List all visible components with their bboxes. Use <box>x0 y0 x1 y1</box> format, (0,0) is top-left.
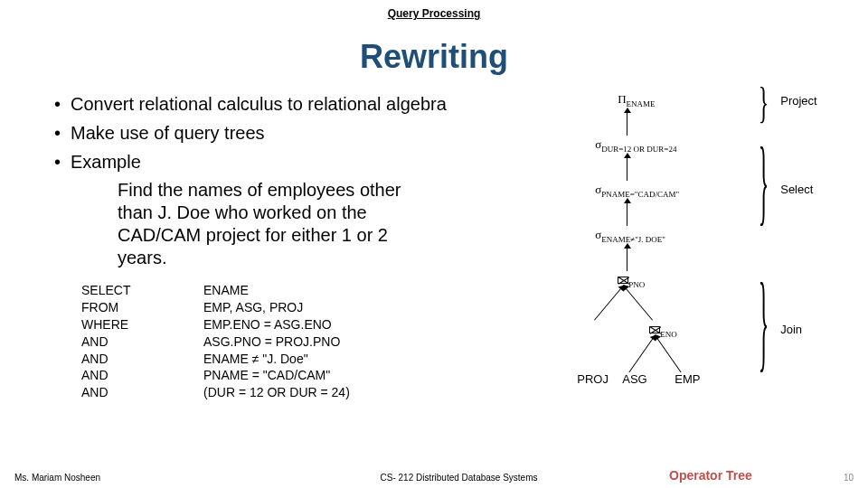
sql-keyword: WHERE <box>81 316 203 333</box>
slide-footer: Ms. Mariam Nosheen CS- 212 Distributed D… <box>0 473 868 483</box>
sql-row: AND(DUR = 12 OR DUR = 24) <box>81 384 523 401</box>
sql-query: SELECTENAME FROMEMP, ASG, PROJ WHEREEMP.… <box>81 282 523 401</box>
join-subscript: ENO <box>660 330 677 339</box>
sigma-subscript: DUR=12 OR DUR=24 <box>601 145 676 154</box>
bullet-item: Make use of query trees <box>54 121 523 145</box>
tree-edge <box>655 335 681 373</box>
tree-edge <box>627 154 627 181</box>
example-description: Find the names of employees other than J… <box>118 179 425 269</box>
footer-course: CS- 212 Distributed Database Systems <box>100 473 817 483</box>
bullet-item: Convert relational calculus to relationa… <box>54 92 523 116</box>
tree-edge <box>594 286 624 321</box>
sql-value: EMP, ASG, PROJ <box>203 299 303 316</box>
sql-keyword: SELECT <box>81 282 203 299</box>
sql-keyword: AND <box>81 351 203 368</box>
sql-value: PNAME = "CAD/CAM" <box>203 367 330 384</box>
left-column: Convert relational calculus to relationa… <box>54 92 523 436</box>
sql-keyword: AND <box>81 384 203 401</box>
group-label-project: Project <box>780 94 816 108</box>
relation-leaf: ASG <box>622 372 646 386</box>
sigma-subscript: ENAME≠"J. DOE" <box>601 235 665 244</box>
tree-edge <box>627 108 627 136</box>
sigma-node: σDUR=12 OR DUR=24 <box>595 137 676 154</box>
sql-row: WHEREEMP.ENO = ASG.ENO <box>81 316 523 333</box>
brace-icon: } <box>759 267 769 376</box>
relation-leaf: PROJ <box>577 372 609 386</box>
brace-icon: } <box>759 134 769 230</box>
page-number: 10 <box>817 473 854 483</box>
sql-row: ANDASG.PNO = PROJ.PNO <box>81 333 523 351</box>
sigma-node: σENAME≠"J. DOE" <box>595 228 665 244</box>
sql-value: EMP.ENO = ASG.ENO <box>203 316 332 333</box>
sql-row: FROMEMP, ASG, PROJ <box>81 299 523 316</box>
pi-node: ΠENAME <box>618 92 655 108</box>
slide-title: Rewriting <box>0 38 868 76</box>
tree-edge <box>627 244 627 271</box>
slide-header: Query Processing <box>0 0 868 20</box>
sql-keyword: AND <box>81 367 203 384</box>
sql-value: ENAME <box>203 282 249 299</box>
sql-keyword: FROM <box>81 299 203 316</box>
join-subscript: PNO <box>628 280 645 289</box>
sigma-node: σPNAME="CAD/CAM" <box>595 183 679 199</box>
group-label-join: Join <box>780 323 802 336</box>
operator-tree-diagram: ΠENAME σDUR=12 OR DUR=24 σPNAME="CAD/CAM… <box>523 92 839 436</box>
sql-row: ANDPNAME = "CAD/CAM" <box>81 367 523 384</box>
bullet-list: Convert relational calculus to relationa… <box>54 92 523 174</box>
sql-keyword: AND <box>81 333 203 351</box>
relation-leaf: EMP <box>675 372 700 386</box>
group-label-select: Select <box>780 183 813 196</box>
sql-value: ASG.PNO = PROJ.PNO <box>203 333 340 351</box>
sql-value: ENAME ≠ "J. Doe" <box>203 351 308 368</box>
sigma-subscript: PNAME="CAD/CAM" <box>601 190 679 199</box>
tree-edge <box>629 335 656 373</box>
sql-row: SELECTENAME <box>81 282 523 299</box>
tree-edge <box>623 286 653 321</box>
bullet-item: Example <box>54 150 523 174</box>
sql-value: (DUR = 12 OR DUR = 24) <box>203 384 350 401</box>
tree-edge <box>627 199 627 226</box>
sql-row: ANDENAME ≠ "J. Doe" <box>81 351 523 368</box>
footer-author: Ms. Mariam Nosheen <box>14 473 100 483</box>
right-column: ΠENAME σDUR=12 OR DUR=24 σPNAME="CAD/CAM… <box>523 92 850 436</box>
slide-body: Convert relational calculus to relationa… <box>0 92 868 436</box>
brace-icon: } <box>759 81 769 125</box>
